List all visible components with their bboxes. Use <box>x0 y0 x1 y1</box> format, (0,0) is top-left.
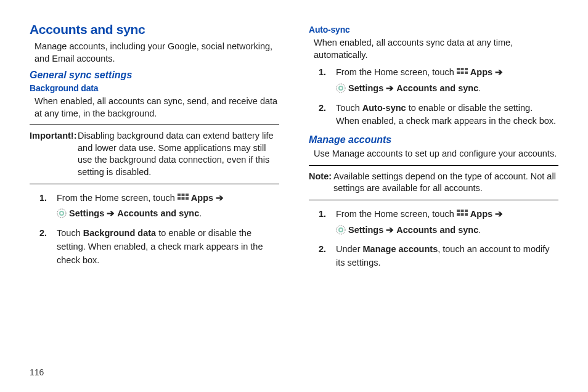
svg-rect-20 <box>465 210 468 212</box>
svg-rect-13 <box>460 71 463 74</box>
step-line2: Settings ➔ Accounts and sync. <box>57 207 279 221</box>
manage-accounts-bold: Manage accounts <box>363 244 438 254</box>
note-label: Note: <box>309 171 332 183</box>
apps-label: Apps <box>470 209 495 219</box>
heading-accounts-sync: Accounts and sync <box>30 22 279 37</box>
step-number: 1. <box>319 208 326 221</box>
step-line2: Settings ➔ Accounts and sync. <box>336 224 558 237</box>
step-text: Touch <box>57 228 83 238</box>
apps-label: Apps <box>191 193 216 203</box>
svg-rect-9 <box>457 68 460 70</box>
intro-text: Manage accounts, including your Google, … <box>35 41 279 65</box>
important-body: Disabling background data can extend bat… <box>78 130 279 178</box>
note-body: Available settings depend on the type of… <box>333 171 558 195</box>
background-data-desc: When enabled, all accounts can sync, sen… <box>35 96 279 120</box>
accounts-sync-label: Accounts and sync <box>396 83 478 93</box>
right-column: Auto-sync When enabled, all accounts syn… <box>309 22 558 276</box>
settings-icon <box>57 208 67 218</box>
manual-page: Accounts and sync Manage accounts, inclu… <box>30 22 558 276</box>
svg-rect-0 <box>178 194 181 196</box>
important-callout: Important!: Disabling background data ca… <box>30 125 279 184</box>
svg-point-17 <box>340 87 342 89</box>
settings-label: Settings <box>69 208 107 218</box>
list-item: 2. Touch Background data to enable or di… <box>35 227 279 267</box>
accounts-sync-label: Accounts and sync <box>117 208 199 218</box>
arrow-icon: ➔ <box>495 209 503 219</box>
heading-manage-accounts: Manage accounts <box>309 134 558 145</box>
step-text: From the Home screen, touch <box>336 67 457 77</box>
apps-icon <box>457 68 468 76</box>
step-number: 1. <box>39 192 47 205</box>
settings-label: Settings <box>348 225 386 235</box>
arrow-icon: ➔ <box>495 67 503 77</box>
svg-rect-3 <box>178 197 181 200</box>
svg-rect-2 <box>186 194 189 196</box>
step-number: 2. <box>39 227 47 240</box>
list-item: 1. From the Home screen, touch Apps ➔ Se… <box>314 208 558 237</box>
apps-icon <box>457 210 468 218</box>
step-number: 1. <box>319 66 326 80</box>
page-number: 116 <box>30 367 44 377</box>
svg-rect-11 <box>465 68 468 70</box>
list-item: 2. Under Manage accounts, touch an accou… <box>314 243 558 270</box>
svg-rect-12 <box>457 71 460 74</box>
svg-rect-22 <box>460 213 463 216</box>
svg-rect-19 <box>460 210 463 212</box>
period: . <box>199 208 202 218</box>
auto-sync-desc: When enabled, all accounts sync data at … <box>314 37 558 61</box>
arrow-icon: ➔ <box>107 208 115 218</box>
heading-background-data: Background data <box>30 83 279 93</box>
step-text: Touch <box>336 103 362 113</box>
list-item: 2. Touch Auto-sync to enable or disable … <box>314 102 558 129</box>
svg-rect-4 <box>181 197 184 200</box>
heading-general-sync: General sync settings <box>30 70 279 81</box>
arrow-icon: ➔ <box>386 83 394 93</box>
period: . <box>478 225 481 235</box>
settings-icon <box>336 225 346 235</box>
svg-rect-21 <box>457 213 460 216</box>
heading-auto-sync: Auto-sync <box>309 25 558 35</box>
svg-point-26 <box>340 229 342 231</box>
important-label: Important!: <box>30 130 77 142</box>
step-text: Under <box>336 244 363 254</box>
step-line2: Settings ➔ Accounts and sync. <box>336 82 558 96</box>
accounts-sync-label: Accounts and sync <box>396 225 478 235</box>
svg-rect-5 <box>186 197 189 200</box>
arrow-icon: ➔ <box>386 225 394 235</box>
step-number: 2. <box>319 243 326 256</box>
left-column: Accounts and sync Manage accounts, inclu… <box>30 22 279 276</box>
svg-rect-1 <box>181 194 184 196</box>
settings-label: Settings <box>348 83 386 93</box>
list-item: 1. From the Home screen, touch Apps ➔ Se… <box>35 192 279 221</box>
auto-sync-steps: 1. From the Home screen, touch Apps ➔ Se… <box>314 66 558 128</box>
apps-icon <box>178 194 189 202</box>
settings-icon <box>336 83 346 93</box>
step-text: From the Home screen, touch <box>57 193 178 203</box>
manage-accounts-steps: 1. From the Home screen, touch Apps ➔ Se… <box>314 208 558 270</box>
arrow-icon: ➔ <box>216 193 224 203</box>
step-number: 2. <box>319 102 326 115</box>
list-item: 1. From the Home screen, touch Apps ➔ Se… <box>314 66 558 96</box>
auto-sync-bold: Auto-sync <box>362 103 406 113</box>
svg-rect-10 <box>460 68 463 70</box>
note-callout: Note: Available settings depend on the t… <box>309 165 558 200</box>
svg-rect-14 <box>465 71 468 74</box>
svg-rect-23 <box>465 213 468 216</box>
period: . <box>478 83 481 93</box>
apps-label: Apps <box>470 67 495 77</box>
background-data-steps: 1. From the Home screen, touch Apps ➔ Se… <box>35 192 279 267</box>
step-text: From the Home screen, touch <box>336 209 457 219</box>
background-data-bold: Background data <box>83 228 156 238</box>
svg-point-8 <box>60 212 63 214</box>
manage-accounts-desc: Use Manage accounts to set up and config… <box>314 148 558 160</box>
svg-rect-18 <box>457 210 460 212</box>
